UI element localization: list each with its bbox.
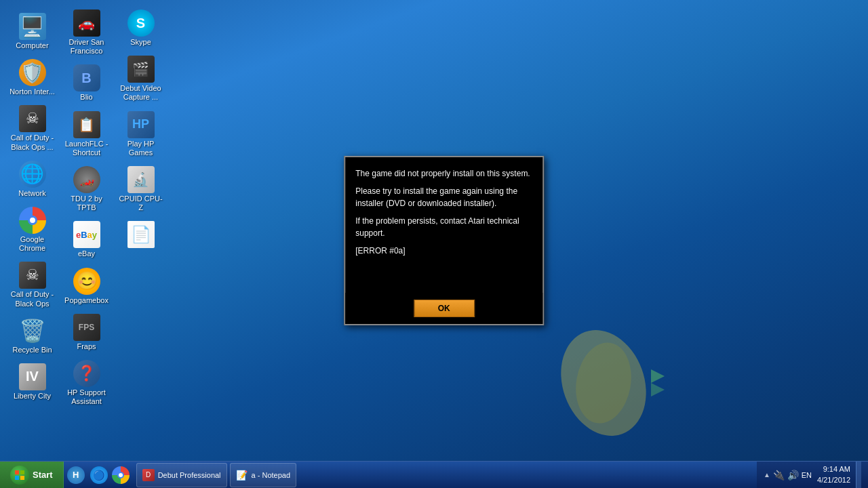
volume-tray-icon[interactable]: 🔊: [787, 470, 799, 481]
svg-marker-3: [651, 383, 665, 396]
svg-marker-2: [651, 369, 665, 383]
ebay-icon-label: eBay: [78, 249, 95, 258]
skype-icon-label: Skype: [130, 38, 151, 47]
start-label: Start: [33, 470, 53, 480]
clock-time: 9:14 AM: [817, 464, 850, 474]
taskbar-item-debut[interactable]: D Debut Professional: [136, 463, 227, 487]
desktop: 🖥️ Computer 🛡️ Norton Inter... ☠ Call of…: [0, 0, 868, 488]
desktop-icon-driver[interactable]: 🚗 Driver San Francisco: [61, 7, 112, 58]
popgamebox-icon: 😊: [73, 268, 100, 295]
blio-icon-label: Blio: [80, 93, 92, 102]
desktop-icon-skype[interactable]: S Skype: [115, 7, 166, 49]
taskbar: Start H 🔵 D Debut Professional 📝 a - Not…: [0, 461, 868, 488]
desktop-icon-hp[interactable]: ❓ HP Support Assistant: [61, 357, 112, 409]
liberty-icon: IV: [19, 363, 46, 390]
taskbar-items: D Debut Professional 📝 a - Notepad: [132, 462, 757, 488]
start-button[interactable]: Start: [0, 462, 64, 489]
hp-taskbar-icon: H: [67, 466, 85, 484]
cod2-icon-label: Call of Duty - Black Ops: [9, 290, 55, 308]
network-icon: 🌐: [19, 161, 46, 188]
desktop-icon-ebay[interactable]: eBay eBay: [61, 218, 112, 261]
desktop-icon-norton[interactable]: 🛡️ Norton Inter...: [7, 56, 58, 99]
skype-icon: S: [127, 9, 155, 37]
hp-icon-label: HP Support Assistant: [64, 388, 109, 406]
launchflc-icon-label: LaunchFLC - Shortcut: [64, 140, 109, 157]
desktop-icon-cpuid[interactable]: 🔬 CPUID CPU-Z: [115, 163, 166, 215]
svg-rect-5: [20, 470, 24, 474]
cod1-icon: ☠: [19, 105, 46, 132]
desktop-icon-cod1[interactable]: ☠ Call of Duty - Black Ops ...: [7, 102, 58, 154]
desktop-icon-blio[interactable]: B Blio: [61, 62, 112, 104]
tray-expand-button[interactable]: ▲: [764, 471, 770, 479]
dialog-error-code: [ERROR #0a]: [355, 245, 532, 257]
dialog-button-area: OK: [345, 293, 542, 324]
blio-icon: B: [73, 64, 100, 92]
tdu-icon-label: TDU 2 by TPTB: [64, 195, 109, 212]
norton-icon-label: Norton Inter...: [9, 87, 55, 96]
desktop-icon-cod2[interactable]: ☠ Call of Duty - Black Ops: [7, 259, 58, 310]
show-desktop-button[interactable]: [856, 462, 861, 489]
cpuid-icon-label: CPUID CPU-Z: [118, 195, 163, 212]
svg-rect-4: [15, 470, 19, 474]
network-icon-label: Network: [18, 189, 45, 198]
fraps-icon-label: Fraps: [77, 342, 96, 351]
notepad-taskbar-icon: 📝: [236, 469, 248, 481]
desktop-icon-playhp[interactable]: HP Play HP Games: [115, 108, 166, 160]
desktop-icon-launchflc[interactable]: 📋 LaunchFLC - Shortcut: [61, 108, 112, 160]
chrome-icon: [19, 207, 46, 234]
network-tray-icon[interactable]: 🔌: [773, 470, 785, 481]
svg-rect-6: [15, 476, 19, 480]
security-taskbar-icon: 🔵: [90, 466, 108, 484]
recycle-icon-label: Recycle Bin: [12, 346, 52, 354]
ok-button[interactable]: OK: [414, 300, 475, 317]
playhp-icon: HP: [127, 111, 155, 138]
desktop-icon-fraps[interactable]: FPS Fraps: [61, 311, 112, 354]
norton-icon: 🛡️: [19, 59, 46, 86]
dialog-line2: Please try to install the game again usi…: [355, 185, 532, 209]
taskbar-hp-icon[interactable]: H: [64, 466, 88, 484]
desktop-icon-network[interactable]: 🌐 Network: [7, 158, 58, 201]
desktop-icons-container: 🖥️ Computer 🛡️ Norton Inter... ☠ Call of…: [7, 7, 159, 454]
clock-area[interactable]: 9:14 AM 4/21/2012: [817, 464, 850, 485]
tdu-icon: 🏎️: [73, 166, 100, 193]
launchflc-icon: 📋: [73, 111, 100, 138]
desktop-icon-popgamebox[interactable]: 😊 Popgamebox: [61, 265, 112, 308]
chrome-icon-label: Google Chrome: [9, 235, 55, 253]
debut-icon: 🎬: [127, 56, 155, 83]
error-dialog: The game did not properly install on thi…: [344, 156, 544, 325]
driver-icon: 🚗: [73, 9, 100, 37]
ebay-icon: eBay: [73, 221, 100, 248]
computer-icon-label: Computer: [16, 41, 48, 50]
start-orb: [10, 466, 29, 485]
windows-logo-icon: [14, 470, 25, 481]
desktop-icon-chrome[interactable]: Google Chrome: [7, 204, 58, 256]
taskbar-chrome-icon[interactable]: [110, 466, 132, 484]
taskbar-item-notepad[interactable]: 📝 a - Notepad: [230, 463, 296, 487]
taskbar-right: ▲ 🔌 🔊 EN 9:14 AM 4/21/2012: [757, 462, 868, 488]
clock-date: 4/21/2012: [817, 475, 850, 485]
desktop-icon-debut[interactable]: 🎬 Debut Video Capture ...: [115, 53, 166, 104]
textfile-icon: 📄: [127, 221, 155, 248]
desktop-icon-textfile[interactable]: 📄: [115, 218, 166, 252]
dialog-line1: The game did not properly install on thi…: [355, 167, 532, 180]
driver-icon-label: Driver San Francisco: [64, 38, 109, 56]
cod2-icon: ☠: [19, 262, 46, 289]
taskbar-security-icon[interactable]: 🔵: [88, 466, 110, 484]
desktop-icon-tdu[interactable]: 🏎️ TDU 2 by TPTB: [61, 163, 112, 215]
dialog-line3: If the problem persists, contact Atari t…: [355, 215, 532, 239]
desktop-icon-recycle[interactable]: 🗑️ Recycle Bin: [7, 314, 58, 357]
desktop-icon-computer[interactable]: 🖥️ Computer: [7, 10, 58, 53]
cod1-icon-label: Call of Duty - Black Ops ...: [9, 134, 55, 151]
debut-taskbar-icon: D: [142, 469, 155, 481]
system-tray: ▲ 🔌 🔊 EN: [764, 470, 812, 481]
popgamebox-icon-label: Popgamebox: [64, 296, 108, 305]
debut-icon-label: Debut Video Capture ...: [118, 84, 163, 102]
cpuid-icon: 🔬: [127, 166, 155, 193]
taskbar-item-notepad-label: a - Notepad: [252, 471, 290, 479]
liberty-icon-label: Liberty City: [14, 392, 51, 401]
chrome-taskbar-icon: [112, 466, 130, 484]
taskbar-item-debut-label: Debut Professional: [158, 471, 221, 479]
language-indicator[interactable]: EN: [802, 471, 812, 479]
desktop-icon-liberty[interactable]: IV Liberty City: [7, 361, 58, 403]
computer-icon: 🖥️: [19, 13, 46, 40]
